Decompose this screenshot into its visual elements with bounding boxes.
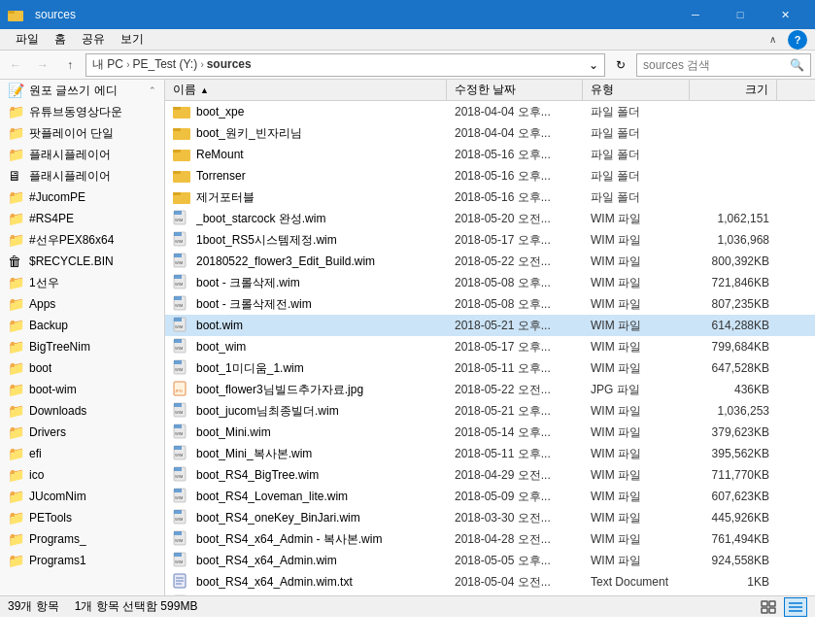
forward-button[interactable]: → <box>31 53 54 77</box>
file-type-text: 파일 폴더 <box>583 186 690 208</box>
search-input[interactable] <box>643 58 786 72</box>
details-view-button[interactable] <box>784 597 807 617</box>
folder-icon <box>8 7 23 22</box>
sidebar-item-apps[interactable]: 📁 Apps <box>0 293 164 315</box>
sidebar-item-bootwim[interactable]: 📁 boot-wim <box>0 379 164 400</box>
file-size: 614,288KB <box>690 315 777 336</box>
table-row[interactable]: WIM boot_RS4_x64_Admin.wim 2018-05-05 오후… <box>165 550 815 571</box>
sidebar-item-1[interactable]: 📁 유튜브동영상다운 <box>0 101 164 122</box>
sidebar-item-8[interactable]: 🗑 $RECYCLE.BIN <box>0 251 164 272</box>
file-name-text: boot_wim <box>196 340 246 354</box>
back-button[interactable]: ← <box>4 53 27 77</box>
minimize-button[interactable]: ─ <box>673 0 718 29</box>
file-date: 2018-05-04 오전... <box>447 571 583 593</box>
svg-rect-39 <box>174 403 182 407</box>
svg-text:WIM: WIM <box>175 260 183 265</box>
table-row[interactable]: WIM boot_Mini_복사본.wim 2018-05-11 오후... W… <box>165 443 815 464</box>
table-row[interactable]: WIM boot_wim 2018-05-17 오후... WIM 파일 799… <box>165 336 815 357</box>
table-row[interactable]: WIM boot_Mini.wim 2018-05-14 오후... WIM 파… <box>165 422 815 443</box>
table-row[interactable]: WIM 20180522_flower3_Edit_Build.wim 2018… <box>165 251 815 272</box>
sidebar-item-jucomnim[interactable]: 📁 JUcomNim <box>0 486 164 507</box>
menu-share[interactable]: 공유 <box>74 29 113 50</box>
folder-icon: 📁 <box>8 104 25 119</box>
col-header-size[interactable]: 크기 <box>690 80 777 100</box>
table-row[interactable]: WIM boot_RS4_oneKey_BinJari.wim 2018-03-… <box>165 507 815 528</box>
table-row[interactable]: boot_RS4_x64_Admin.wim.txt 2018-05-04 오전… <box>165 571 815 593</box>
table-row[interactable]: Torrenser 2018-05-16 오후... 파일 폴더 <box>165 165 815 186</box>
sidebar-item-bigtreenim[interactable]: 📁 BigTreeNim <box>0 336 164 357</box>
table-row[interactable]: WIM boot_RS4_BigTree.wim 2018-04-29 오전..… <box>165 464 815 486</box>
file-name-text: boot_RS4_BigTree.wim <box>196 468 319 482</box>
sidebar-item-0[interactable]: 📝 원포 글쓰기 에디 ⌃ <box>0 80 164 101</box>
menu-view[interactable]: 보기 <box>113 29 152 50</box>
sidebar-item-6[interactable]: 📁 #RS4PE <box>0 208 164 229</box>
table-row[interactable]: WIM boot_RS4_x64_Admin - 복사본.wim 2018-04… <box>165 593 815 595</box>
chevron-icon: ⌃ <box>149 85 156 95</box>
table-row[interactable]: boot_원키_빈자리님 2018-04-04 오후... 파일 폴더 <box>165 122 815 144</box>
sidebar-item-ico[interactable]: 📁 ico <box>0 464 164 486</box>
table-row[interactable]: WIM boot_RS4_Loveman_lite.wim 2018-05-09… <box>165 486 815 507</box>
file-size: 800,392KB <box>690 251 777 272</box>
sidebar-item-label: 팟플레이어 단일 <box>29 125 114 142</box>
col-header-type[interactable]: 유형 <box>583 80 690 100</box>
sidebar-item-drivers[interactable]: 📁 Drivers <box>0 422 164 443</box>
menu-file[interactable]: 파일 <box>8 29 47 50</box>
table-row[interactable]: WIM boot_jucom님최종빌더.wim 2018-05-21 오후...… <box>165 400 815 422</box>
selected-info: 1개 항목 선택함 599MB <box>75 598 198 615</box>
sidebar-item-boot[interactable]: 📁 boot <box>0 357 164 379</box>
address-path: 내 PC › PE_Test (Y:) › sources <box>92 56 252 73</box>
ribbon-expand-button[interactable]: ∧ <box>761 28 784 51</box>
sidebar-item-3[interactable]: 📁 플래시플레이어 <box>0 144 164 165</box>
file-type-text: WIM 파일 <box>583 272 690 293</box>
sidebar-item-9[interactable]: 📁 1선우 <box>0 272 164 293</box>
file-type-icon: WIM <box>173 317 190 335</box>
table-row[interactable]: 제거포터블 2018-05-16 오후... 파일 폴더 <box>165 186 815 208</box>
file-date: 2018-05-20 오전... <box>447 208 583 229</box>
table-row[interactable]: WIM boot.wim 2018-05-21 오후... WIM 파일 614… <box>165 315 815 336</box>
maximize-button[interactable]: □ <box>718 0 763 29</box>
address-dropdown-icon[interactable]: ⌄ <box>589 58 598 72</box>
table-row[interactable]: WIM boot_RS4_x64_Admin - 복사본.wim 2018-04… <box>165 528 815 550</box>
sidebar-item-petools[interactable]: 📁 PETools <box>0 507 164 528</box>
sidebar-item-downloads[interactable]: 📁 Downloads <box>0 400 164 422</box>
sidebar-item-4[interactable]: 🖥 플래시플레이어 <box>0 165 164 186</box>
close-button[interactable]: ✕ <box>763 0 807 29</box>
table-row[interactable]: boot_xpe 2018-04-04 오후... 파일 폴더 <box>165 101 815 122</box>
file-size: 799,684KB <box>690 336 777 357</box>
table-row[interactable]: WIM 1boot_RS5시스템제정.wim 2018-05-17 오후... … <box>165 229 815 251</box>
sidebar-item-7[interactable]: 📁 #선우PEX86x64 <box>0 229 164 251</box>
file-date: 2018-05-21 오후... <box>447 315 583 336</box>
col-header-name[interactable]: 이름 ▲ <box>165 80 447 100</box>
sidebar-item-2[interactable]: 📁 팟플레이어 단일 <box>0 122 164 144</box>
file-type-text: WIM 파일 <box>583 400 690 422</box>
table-row[interactable]: WIM boot_1미디움_1.wim 2018-05-11 오후... WIM… <box>165 357 815 379</box>
up-button[interactable]: ↑ <box>58 53 82 77</box>
table-row[interactable]: ReMount 2018-05-16 오후... 파일 폴더 <box>165 144 815 165</box>
sidebar-item-programs[interactable]: 📁 Programs_ <box>0 528 164 550</box>
window-title: sources <box>35 8 673 21</box>
svg-rect-3 <box>173 107 181 110</box>
sidebar-item-label: Drivers <box>29 425 66 439</box>
table-row[interactable]: WIM boot - 크롤삭제전.wim 2018-05-08 오후... WI… <box>165 293 815 315</box>
list-view-button[interactable] <box>757 597 780 617</box>
file-type-icon: WIM <box>173 445 190 463</box>
sidebar-item-label: #선우PEX86x64 <box>29 232 114 249</box>
file-date: 2018-04-04 오후... <box>447 122 583 144</box>
refresh-button[interactable]: ↻ <box>609 53 632 77</box>
sidebar-item-programs1[interactable]: 📁 Programs1 <box>0 550 164 571</box>
menu-home[interactable]: 홈 <box>47 29 74 50</box>
file-size: 1KB <box>690 571 777 593</box>
address-box[interactable]: 내 PC › PE_Test (Y:) › sources ⌄ <box>85 53 605 77</box>
sidebar-item-label: boot-wim <box>29 383 77 396</box>
sidebar-item-efi[interactable]: 📁 efi <box>0 443 164 464</box>
col-header-date[interactable]: 수정한 날짜 <box>447 80 583 100</box>
table-row[interactable]: WIM _boot_starcock 완성.wim 2018-05-20 오전.… <box>165 208 815 229</box>
help-button[interactable]: ? <box>788 30 807 50</box>
table-row[interactable]: WIM boot - 크롤삭제.wim 2018-05-08 오후... WIM… <box>165 272 815 293</box>
table-row[interactable]: JPG boot_flower3님빌드추가자료.jpg 2018-05-22 오… <box>165 379 815 400</box>
sidebar-item-backup[interactable]: 📁 Backup <box>0 315 164 336</box>
svg-rect-19 <box>174 254 182 257</box>
sidebar-item-5[interactable]: 📁 #JucomPE <box>0 186 164 208</box>
svg-rect-57 <box>174 531 182 535</box>
search-box[interactable]: 🔍 <box>636 53 811 77</box>
